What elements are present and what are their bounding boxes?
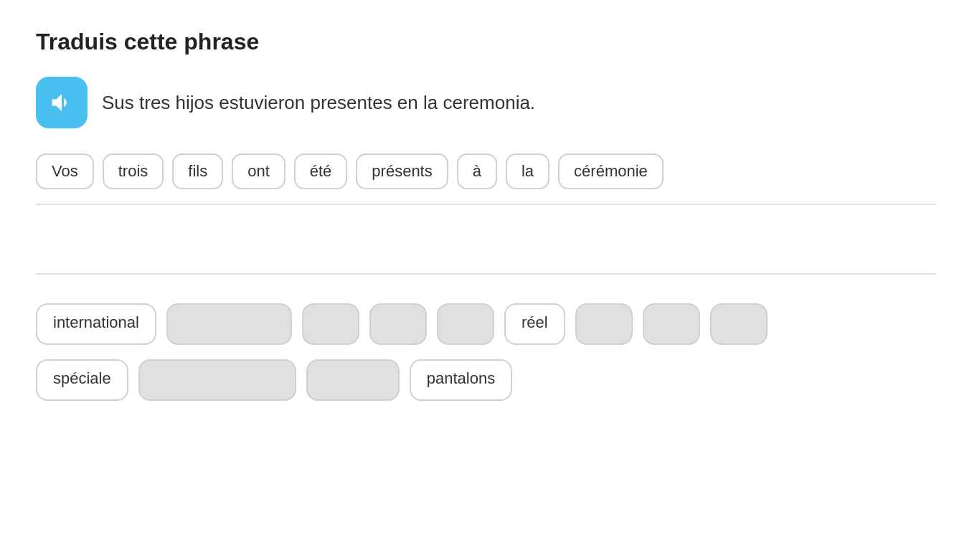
word-chip-speciale[interactable]: spéciale — [36, 359, 128, 401]
word-chip-la[interactable]: la — [506, 153, 549, 189]
word-bank-bottom: international réel — [36, 303, 936, 345]
page-title: Traduis cette phrase — [36, 29, 936, 55]
ghost-chip-9 — [306, 359, 400, 401]
word-chip-presents[interactable]: présents — [356, 153, 448, 189]
word-chip-ont[interactable]: ont — [232, 153, 286, 189]
ghost-chip-6 — [643, 303, 700, 345]
ghost-chip-5 — [575, 303, 633, 345]
sentence-text: Sus tres hijos estuvieron presentes en l… — [102, 92, 535, 114]
word-chip-fils[interactable]: fils — [172, 153, 223, 189]
speaker-icon — [49, 90, 75, 115]
ghost-chip-7 — [710, 303, 768, 345]
ghost-chip-2 — [302, 303, 359, 345]
word-chip-pantalons[interactable]: pantalons — [410, 359, 512, 401]
audio-button[interactable] — [36, 77, 88, 128]
word-chip-ete[interactable]: été — [294, 153, 348, 189]
ghost-chip-3 — [369, 303, 427, 345]
word-chip-vos[interactable]: Vos — [36, 153, 94, 189]
word-chip-international[interactable]: international — [36, 303, 156, 345]
divider-bottom — [36, 273, 936, 275]
word-chip-reel[interactable]: réel — [504, 303, 565, 345]
divider-top — [36, 204, 936, 205]
sentence-row: Sus tres hijos estuvieron presentes en l… — [36, 77, 936, 128]
word-chip-ceremonie[interactable]: cérémonie — [558, 153, 664, 189]
ghost-chip-4 — [437, 303, 494, 345]
word-bank-bottom-row2: spéciale pantalons — [36, 359, 936, 401]
answer-area — [36, 219, 936, 262]
word-chip-trois[interactable]: trois — [103, 153, 164, 189]
word-chip-a[interactable]: à — [457, 153, 497, 189]
ghost-chip-8 — [138, 359, 296, 401]
ghost-chip-1 — [166, 303, 292, 345]
word-bank-top: Vos trois fils ont été présents à la cér… — [36, 153, 936, 189]
